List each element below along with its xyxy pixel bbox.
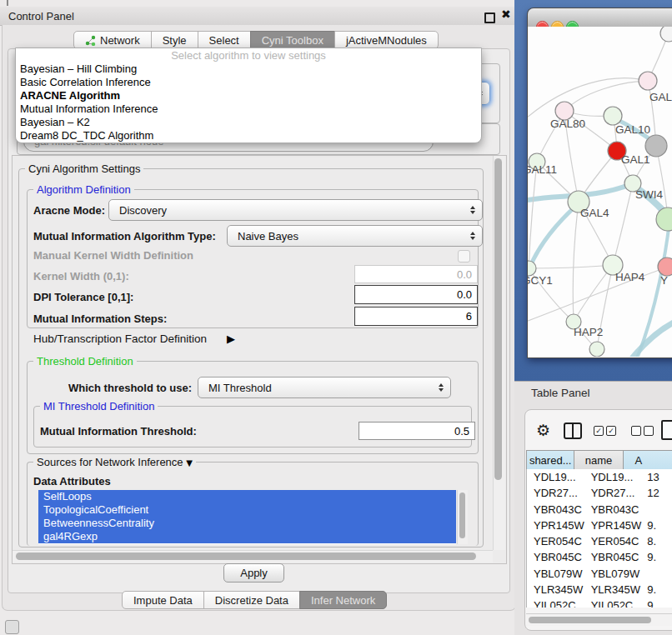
- tab-infer-network[interactable]: Infer Network: [299, 591, 387, 609]
- network-node[interactable]: [639, 72, 657, 90]
- control-panel-tabs: Network Style Select Cyni Toolbox jActiv…: [74, 31, 439, 49]
- table-cell: YBL079W: [527, 566, 584, 582]
- deselect-all-icon[interactable]: [631, 426, 641, 436]
- horizontal-scrollbar-thumb[interactable]: [16, 552, 476, 560]
- algorithm-option[interactable]: Mutual Information Inference: [16, 102, 481, 116]
- table-row[interactable]: YPR145WYPR145W9.: [527, 518, 672, 533]
- column-header-partial[interactable]: A: [624, 451, 672, 470]
- network-node[interactable]: [658, 258, 672, 276]
- minimized-panel-icon[interactable]: [5, 620, 19, 634]
- dpi-tolerance-field[interactable]: 0.0: [354, 285, 478, 304]
- network-node[interactable]: [656, 208, 672, 231]
- mi-steps-value: 6: [466, 310, 472, 322]
- stepper-icon: [470, 206, 475, 214]
- table-row[interactable]: YIL052CYIL052C9.: [527, 598, 672, 608]
- table-hscroll-thumb[interactable]: [529, 617, 651, 623]
- expand-right-icon[interactable]: ▶: [227, 332, 235, 345]
- table-row[interactable]: YDR27...YDR27...12: [527, 485, 672, 501]
- columns-icon[interactable]: [564, 422, 582, 439]
- settings-gear-icon[interactable]: ⚙: [536, 422, 550, 438]
- column-label: shared...: [529, 454, 572, 467]
- group-title: Cyni Algorithm Settings: [25, 162, 143, 175]
- column-header-shared-name[interactable]: shared...: [527, 451, 574, 470]
- tab-jactivemnodules[interactable]: jActiveMNodules: [334, 31, 439, 49]
- node-label: GCY1: [528, 274, 553, 287]
- mi-steps-field[interactable]: 6: [354, 307, 478, 326]
- kernel-width-field[interactable]: 0.0: [354, 265, 478, 283]
- network-node[interactable]: [589, 342, 604, 357]
- close-panel-icon[interactable]: ✖: [501, 8, 511, 21]
- table-cell: YER054C: [584, 533, 643, 549]
- network-edge: [613, 183, 633, 265]
- which-threshold-combo[interactable]: MI Threshold: [198, 377, 451, 398]
- select-all-icon[interactable]: ✓: [594, 426, 604, 436]
- tab-label: Discretize Data: [215, 594, 288, 607]
- bottom-tabs: Impute Data Discretize Data Infer Networ…: [123, 591, 387, 609]
- apply-button[interactable]: Apply: [223, 563, 284, 582]
- algorithm-option[interactable]: Bayesian – Hill Climbing: [16, 62, 481, 76]
- node-label: GAL11: [528, 163, 557, 176]
- table-cell: 8.: [642, 533, 672, 549]
- algorithm-dropdown-popup: Select algorithm to view settings Bayesi…: [15, 48, 482, 143]
- mi-algorithm-type-combo[interactable]: Naive Bayes: [227, 225, 483, 247]
- tab-label: Network: [100, 34, 140, 47]
- network-node[interactable]: [604, 107, 622, 125]
- table-cell: 13: [642, 469, 672, 485]
- table-cell: 12: [642, 485, 672, 501]
- mi-threshold-group-title: MI Threshold Definition: [40, 400, 158, 412]
- tab-discretize-data[interactable]: Discretize Data: [203, 591, 300, 609]
- control-panel-titlebar: Control Panel: [0, 7, 517, 26]
- table-row[interactable]: YLR345WYLR345W9.: [527, 582, 672, 598]
- stepper-icon: [439, 383, 444, 392]
- table-cell: 9.: [642, 549, 672, 565]
- attributes-scrollbar-thumb[interactable]: [459, 492, 465, 538]
- table-horizontal-scrollbar[interactable]: [526, 613, 672, 626]
- network-icon: [85, 35, 96, 46]
- table-row[interactable]: YDL19...YDL19...13: [527, 469, 672, 485]
- network-node[interactable]: [660, 27, 672, 42]
- data-attributes-list[interactable]: SelfLoopsTopologicalCoefficientBetweenne…: [38, 490, 456, 544]
- column-label: A: [635, 454, 643, 467]
- algorithm-option[interactable]: Dream8 DC_TDC Algorithm: [16, 129, 481, 142]
- aracne-mode-combo[interactable]: Discovery: [108, 199, 483, 221]
- manual-kernel-checkbox[interactable]: [458, 250, 470, 262]
- node-label: HAP2: [574, 326, 603, 338]
- table-body[interactable]: YDL19...YDL19...13YDR27...YDR27...12YBR0…: [526, 469, 672, 608]
- node-label: GAL: [649, 91, 672, 103]
- table-cell: YIL052C: [584, 598, 643, 608]
- attribute-item[interactable]: gal4RGexp: [38, 530, 456, 543]
- dpi-tolerance-label: DPI Tolerance [0,1]:: [33, 291, 133, 303]
- deselect-all-icon-2[interactable]: [644, 426, 654, 436]
- table-row[interactable]: YBR045CYBR045C9.: [527, 549, 672, 565]
- column-header-name[interactable]: name: [574, 451, 623, 470]
- network-edge: [573, 202, 579, 322]
- vertical-scrollbar-thumb[interactable]: [494, 158, 502, 480]
- table-cell: YDL19...: [584, 469, 643, 485]
- kernel-width-label: Kernel Width (0,1):: [33, 270, 129, 282]
- table-row[interactable]: YBR043CYBR043C: [527, 502, 672, 518]
- tab-impute-data[interactable]: Impute Data: [122, 591, 204, 609]
- select-all-icon-2[interactable]: ✓: [606, 426, 616, 436]
- float-panel-icon[interactable]: [484, 12, 495, 23]
- attribute-item[interactable]: BetweennessCentrality: [38, 517, 456, 530]
- algorithm-option[interactable]: Basic Correlation Inference: [16, 76, 481, 89]
- table-row[interactable]: YBL079WYBL079W: [527, 566, 672, 582]
- tab-select[interactable]: Select: [198, 31, 251, 49]
- collapse-down-icon[interactable]: ▼: [186, 458, 193, 468]
- aracne-mode-value: Discovery: [119, 204, 167, 217]
- tab-network[interactable]: Network: [73, 31, 152, 49]
- attribute-item[interactable]: SelfLoops: [38, 490, 456, 503]
- mi-algorithm-type-value: Naive Bayes: [238, 230, 298, 242]
- algorithm-option[interactable]: Bayesian – K2: [16, 116, 481, 129]
- table-cell: YLR345W: [584, 582, 643, 598]
- network-window-titlebar[interactable]: [528, 8, 672, 28]
- table-row[interactable]: YER054CYER054C8.: [527, 533, 672, 549]
- table-cell: YER054C: [527, 533, 584, 549]
- mi-threshold-field[interactable]: 0.5: [359, 422, 475, 440]
- algorithm-option[interactable]: ARACNE Algorithm: [16, 89, 481, 102]
- tab-cyni-toolbox[interactable]: Cyni Toolbox: [250, 31, 335, 49]
- network-graph[interactable]: GALGAL80GAL10GAL1GAL11SWI4GAL4GCY1HAP4YH…: [528, 27, 672, 357]
- attribute-item[interactable]: TopologicalCoefficient: [38, 503, 456, 517]
- document-icon[interactable]: [661, 420, 672, 440]
- tab-style[interactable]: Style: [151, 31, 198, 49]
